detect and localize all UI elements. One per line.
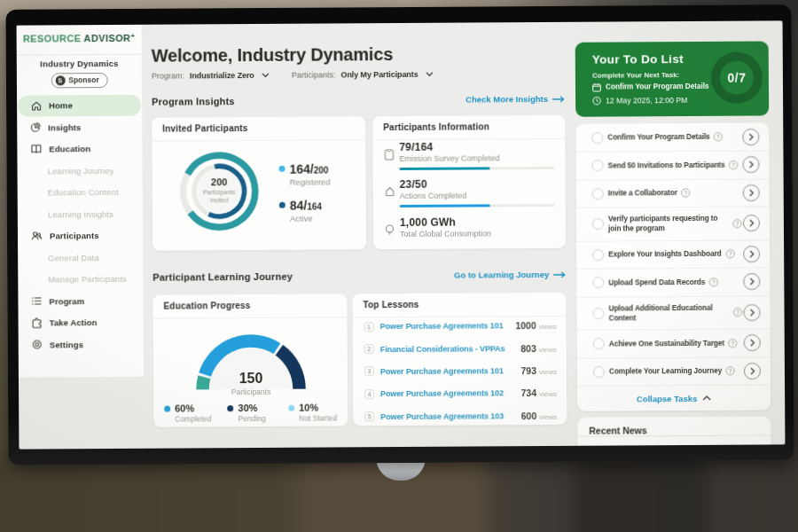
lesson-title-link[interactable]: Power Purchase Agreements 102: [380, 389, 504, 399]
chevron-down-icon: [425, 71, 433, 76]
task-label: Achieve One Sustainability Target: [609, 339, 724, 349]
sidebar-item-settings[interactable]: Settings: [19, 333, 144, 356]
task-checkbox[interactable]: [591, 132, 603, 144]
sidebar-item-education-content[interactable]: Education Content: [18, 181, 143, 203]
legend-dot: [279, 201, 286, 207]
task-go-button[interactable]: [743, 273, 760, 290]
help-icon[interactable]: ?: [728, 338, 738, 348]
sidebar-nav: HomeInsightsEducationLearning JourneyEdu…: [17, 94, 144, 356]
progress-fill: [400, 204, 490, 207]
insights-icon: [30, 122, 41, 133]
help-icon[interactable]: ?: [708, 278, 718, 287]
task-go-button[interactable]: [743, 184, 760, 201]
program-icon: [31, 297, 42, 306]
sidebar-item-label: Learning Insights: [48, 209, 113, 219]
help-icon[interactable]: ?: [733, 308, 743, 317]
task-row: Upload Additional Educational Content?: [576, 296, 770, 331]
chevron-right-icon: [748, 189, 754, 197]
progress-fill: [400, 167, 490, 170]
task-go-button[interactable]: [744, 363, 761, 379]
task-checkbox[interactable]: [592, 218, 604, 230]
org-name: Industry Dynamics: [17, 58, 142, 68]
sidebar-item-learning-insights[interactable]: Learning Insights: [18, 203, 143, 225]
chevron-right-icon: [749, 309, 755, 317]
participants-filter-label: Participants:: [292, 70, 336, 79]
task-go-button[interactable]: [743, 215, 760, 231]
chevron-right-icon: [748, 160, 754, 168]
task-go-button[interactable]: [744, 334, 761, 351]
gauge-center-label: 150 Participants: [196, 370, 306, 396]
lesson-row: 1Power Purchase Agreements 1011000views: [364, 314, 557, 338]
participants-filter[interactable]: Participants: Only My Participants: [292, 69, 434, 79]
task-checkbox[interactable]: [592, 277, 604, 288]
education-icon: [30, 145, 42, 154]
task-go-button[interactable]: [742, 129, 759, 145]
task-label: Send 50 Invitations to Participants: [607, 160, 724, 171]
sidebar-item-take-action[interactable]: Take Action: [19, 311, 144, 333]
help-icon[interactable]: ?: [714, 132, 724, 142]
sidebar-item-program[interactable]: Program: [18, 290, 143, 312]
bulb-icon: [385, 224, 395, 237]
sidebar-item-general-data[interactable]: General Data: [18, 246, 143, 269]
check-more-insights-link[interactable]: Check More Insights: [466, 94, 565, 105]
task-checkbox[interactable]: [593, 308, 605, 319]
collapse-tasks-link[interactable]: Collapse Tasks: [577, 393, 771, 403]
program-filter[interactable]: Program: Industrialize Zero: [152, 70, 270, 80]
learning-journey-header: Participant Learning Journey Go to Learn…: [153, 269, 566, 282]
help-icon[interactable]: ?: [729, 160, 739, 169]
sidebar-item-manage-participants[interactable]: Manage Participants: [18, 268, 143, 290]
recent-news-card: Recent News: [577, 416, 771, 449]
help-icon[interactable]: ?: [725, 366, 735, 376]
go-to-learning-journey-link[interactable]: Go to Learning Journey: [454, 270, 566, 280]
sidebar-item-learning-journey[interactable]: Learning Journey: [17, 160, 142, 182]
task-go-button[interactable]: [743, 246, 760, 262]
todo-task-list: Confirm Your Program Details?Send 50 Inv…: [575, 122, 771, 411]
sidebar-item-label: Insights: [48, 122, 81, 132]
lesson-rank-badge: 2: [364, 344, 374, 354]
task-checkbox[interactable]: [591, 160, 603, 171]
task-go-button[interactable]: [743, 304, 760, 321]
lesson-title-link[interactable]: Power Purchase Agreements 101: [380, 366, 504, 376]
sidebar-item-label: Participants: [50, 231, 99, 240]
task-label: Upload Additional Educational Content: [608, 303, 729, 323]
task-label: Invite a Collaborator: [608, 188, 677, 198]
sidebar-item-home[interactable]: Home: [18, 94, 141, 116]
sidebar-item-education[interactable]: Education: [17, 137, 142, 160]
task-checkbox[interactable]: [592, 249, 604, 261]
lesson-views: 600views: [521, 411, 558, 421]
progress-track: [400, 166, 555, 170]
education-progress-card-title: Education Progress: [153, 293, 347, 318]
legend-dot: [288, 404, 294, 411]
help-icon[interactable]: ?: [681, 188, 691, 198]
lesson-rank-badge: 1: [364, 322, 374, 332]
help-icon[interactable]: ?: [725, 249, 735, 259]
sidebar-item-insights[interactable]: Insights: [17, 116, 142, 138]
donut-legend: 164/200 Registered 84/164 Active: [278, 160, 330, 233]
lesson-row: 5Power Purchase Agreements 103600views: [364, 404, 557, 428]
lesson-title-link[interactable]: Power Purchase Agreements 103: [380, 411, 504, 421]
task-checkbox[interactable]: [593, 338, 605, 349]
lesson-views: 734views: [521, 387, 558, 398]
task-go-button[interactable]: [742, 156, 759, 173]
task-checkbox[interactable]: [592, 188, 604, 200]
main-content: Welcome, Industry Dynamics Program: Indu…: [152, 21, 567, 448]
help-icon[interactable]: ?: [732, 218, 742, 228]
lesson-rank-badge: 5: [364, 411, 374, 421]
todo-due-date: 12 May 2025, 12:00 PM: [592, 96, 687, 106]
task-label: Complete Your Learning Journey: [609, 366, 722, 377]
chevron-right-icon: [748, 219, 754, 227]
lesson-views: 793views: [520, 365, 557, 376]
task-checkbox[interactable]: [593, 366, 605, 378]
sponsor-badge[interactable]: S Sponsor: [51, 73, 108, 88]
lesson-title-link[interactable]: Power Purchase Agreements 101: [380, 321, 504, 331]
arrow-right-icon: [552, 95, 565, 102]
chevron-right-icon: [749, 367, 755, 375]
lesson-title-link[interactable]: Financial Considerations - VPPAs: [380, 344, 505, 354]
donut-center-label: 200 Participants Invited: [179, 151, 259, 231]
invited-participants-card: Invited Participants 200 Participants In…: [152, 116, 366, 250]
legend-item-registered: 164/200 Registered: [278, 160, 330, 186]
sidebar-item-participants[interactable]: Participants: [18, 224, 143, 246]
svg-text:?: ?: [729, 368, 732, 374]
task-label: Verify participants requesting to join t…: [608, 214, 729, 233]
task-label: Explore Your Insights Dashboard: [608, 249, 722, 260]
